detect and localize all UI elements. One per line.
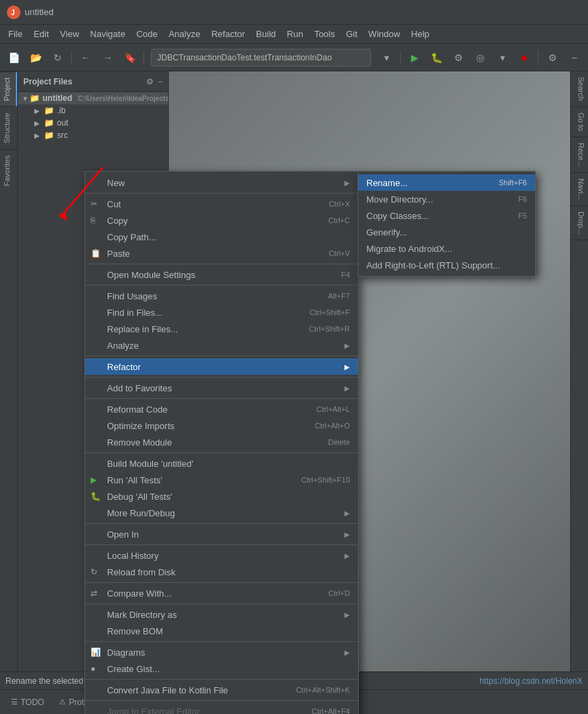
forward-btn[interactable]: → [98,48,117,67]
ctx-reformat-code[interactable]: Reformat Code Ctrl+Alt+L [85,401,358,417]
ctx-analyze[interactable]: Analyze ▶ [85,337,358,354]
ctx-copy-classes-label: Copy Classes... [366,211,504,221]
menu-refactor[interactable]: Refactor [206,27,250,41]
menu-view[interactable]: View [54,27,84,41]
menu-git[interactable]: Git [340,27,363,41]
ctx-copy[interactable]: ⎘ Copy Ctrl+C [85,212,358,229]
ctx-generify[interactable]: Generify... [358,224,535,240]
ctx-replace-in-files[interactable]: Replace in Files... Ctrl+Shift+R [85,321,358,337]
refactor-submenu: Rename... Shift+F6 Move Directory... F6 … [357,171,536,277]
new-file-btn[interactable]: 📄 [4,48,23,67]
more-run-btn[interactable]: ▾ [493,48,512,67]
ctx-cut-shortcut: Ctrl+X [329,200,350,208]
ctx-jump-to-editor-shortcut: Ctrl+Alt+F4 [311,707,350,714]
ctx-run-all-tests[interactable]: ▶ Run 'All Tests' Ctrl+Shift+F10 [85,472,358,488]
ctx-remove-module[interactable]: Remove Module Delete [85,434,358,450]
sync-btn[interactable]: ↻ [48,48,67,67]
toolbar-sep2 [143,51,144,65]
ctx-refactor-arrow: ▶ [344,363,350,371]
ctx-reload-from-disk[interactable]: ↻ Reload from Disk [85,564,358,580]
ctx-diagrams[interactable]: 📊 Diagrams ▶ [85,644,358,660]
ctx-open-in-arrow: ▶ [344,531,350,538]
ctx-sep2 [85,285,358,286]
ctx-open-in[interactable]: Open In ▶ [85,526,358,542]
ctx-convert-java[interactable]: Convert Java File to Kotlin File Ctrl+Al… [85,682,358,698]
ctx-cut[interactable]: ✂ Cut Ctrl+X [85,196,358,212]
menu-code[interactable]: Code [131,27,163,41]
ctx-create-gist[interactable]: ● Create Gist... [85,660,358,677]
ctx-mark-directory-as-arrow: ▶ [344,611,350,619]
ctx-move-directory-label: Move Directory... [366,194,504,205]
ctx-copy-classes[interactable]: Copy Classes... F5 [358,207,535,224]
ctx-rtl-support[interactable]: Add Right-to-Left (RTL) Support... [358,257,535,273]
ctx-create-gist-label: Create Gist... [107,664,350,674]
ctx-sep5 [85,398,358,399]
settings-btn[interactable]: ⚙ [543,48,562,67]
ctx-new[interactable]: New ▶ [85,174,358,191]
ctx-rename[interactable]: Rename... Shift+F6 [358,174,535,191]
ctx-open-module[interactable]: Open Module Settings F4 [85,266,358,283]
ctx-optimize-imports[interactable]: Optimize Imports Ctrl+Alt+O [85,417,358,434]
ctx-more-run-debug-arrow: ▶ [344,509,350,517]
ctx-move-directory-shortcut: F6 [518,195,527,203]
menu-run[interactable]: Run [281,27,309,41]
menu-file[interactable]: File [3,27,28,41]
ctx-open-in-label: Open In [107,529,344,540]
svg-text:J: J [11,9,15,16]
ctx-find-usages[interactable]: Find Usages Alt+F7 [85,288,358,304]
ctx-remove-module-label: Remove Module [107,437,314,448]
ctx-debug-all-tests-label: Debug 'All Tests' [107,492,350,502]
stop-btn[interactable]: ■ [515,48,534,67]
ctx-refactor[interactable]: Refactor ▶ [85,358,358,375]
ctx-sep8 [85,544,358,545]
open-btn[interactable]: 📂 [26,48,45,67]
ctx-mark-directory-as[interactable]: Mark Directory as ▶ [85,606,358,623]
ctx-move-directory[interactable]: Move Directory... F6 [358,191,535,207]
menu-edit[interactable]: Edit [28,27,54,41]
title-bar-left: J untitled [7,5,54,19]
ctx-more-run-debug[interactable]: More Run/Debug ▶ [85,505,358,521]
menu-build[interactable]: Build [250,27,281,41]
ctx-compare-with[interactable]: ⇄ Compare With... Ctrl+D [85,585,358,601]
back-btn[interactable]: ← [76,48,95,67]
ctx-debug-all-tests[interactable]: 🐛 Debug 'All Tests' [85,488,358,505]
menu-navigate[interactable]: Navigate [84,27,130,41]
ctx-new-label: New [107,178,344,188]
bookmark-btn[interactable]: 🔖 [120,48,139,67]
ctx-add-to-favorites[interactable]: Add to Favorites ▶ [85,380,358,396]
toolbar-sep4 [538,51,539,65]
ctx-optimize-imports-shortcut: Ctrl+Alt+O [315,422,350,430]
ctx-sep4 [85,377,358,378]
ctx-remove-bom[interactable]: Remove BOM [85,623,358,639]
bottom-tab-todo[interactable]: ☰ TODO [4,695,51,710]
context-menu: New ▶ ✂ Cut Ctrl+X ⎘ Copy Ctrl+C Copy Pa… [84,171,359,714]
ctx-copy-path[interactable]: Copy Path... [85,229,358,245]
ctx-migrate-to-android[interactable]: Migrate to AndroidX... [358,240,535,257]
ctx-sep10 [85,603,358,604]
dropdown-btn[interactable]: ▾ [377,48,396,67]
run-btn[interactable]: ▶ [405,48,424,67]
close-btn[interactable]: − [565,48,584,67]
breadcrumb[interactable]: JDBCTransactionDaoTest.testTransactionIn… [151,49,371,67]
debug-btn[interactable]: 🐛 [427,48,446,67]
ctx-build-module[interactable]: Build Module 'untitled' [85,455,358,472]
menu-tools[interactable]: Tools [309,27,340,41]
ctx-analyze-arrow: ▶ [344,342,350,349]
menu-analyze[interactable]: Analyze [163,27,206,41]
coverage-btn[interactable]: ⚙ [449,48,468,67]
ctx-local-history[interactable]: Local History ▶ [85,547,358,564]
toolbar: 📄 📂 ↻ ← → 🔖 JDBCTransactionDaoTest.testT… [0,44,588,71]
ctx-run-icon: ▶ [91,475,97,485]
ctx-paste[interactable]: 📋 Paste Ctrl+V [85,245,358,262]
ctx-replace-in-files-shortcut: Ctrl+Shift+R [309,325,350,333]
profile-btn[interactable]: ◎ [471,48,490,67]
bottom-tab-todo-label: TODO [21,698,44,707]
menu-window[interactable]: Window [363,27,405,41]
menu-help[interactable]: Help [405,27,435,41]
ctx-find-in-files-shortcut: Ctrl+Shift+F [309,308,350,316]
ctx-sep3 [85,356,358,356]
ctx-find-in-files[interactable]: Find in Files... Ctrl+Shift+F [85,304,358,321]
ctx-rtl-support-label: Add Right-to-Left (RTL) Support... [366,260,527,270]
ctx-compare-with-shortcut: Ctrl+D [329,589,350,597]
app-icon: J [7,5,21,19]
